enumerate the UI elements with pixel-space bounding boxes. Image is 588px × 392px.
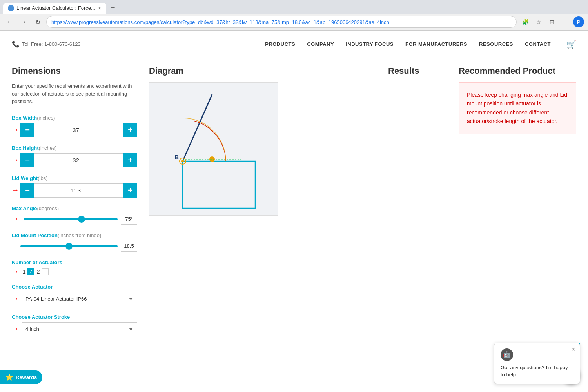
tab-favicon — [8, 5, 14, 11]
phone-area: 📞 Toll Free: 1-800-676-6123 — [12, 40, 81, 48]
max-angle-group: Max Angle(degrees) → 75° — [12, 205, 137, 225]
chat-message: Got any questions? I'm happy to help. — [501, 364, 573, 378]
lid-weight-input-row: → − + — [12, 183, 137, 198]
lid-mount-group: Lid Mount Position(inches from hinge) 18… — [12, 232, 137, 252]
nav-company[interactable]: COMPANY — [307, 41, 334, 47]
num-actuators-row: → 1 ✓ 2 — [12, 268, 137, 276]
diagram-title: Diagram — [149, 66, 368, 76]
choose-actuator-label: Choose Actuator — [12, 284, 137, 290]
lid-mount-label: Lid Mount Position(inches from hinge) — [12, 232, 137, 238]
tab-bar: Linear Actuator Calculator: Force... ✕ + — [0, 0, 588, 14]
settings-button[interactable]: ⋯ — [560, 16, 571, 27]
arrow-lid-weight: → — [12, 186, 19, 194]
max-angle-value: 75° — [121, 214, 137, 225]
num-actuators-group: Number of Actuators → 1 ✓ 2 — [12, 260, 137, 276]
max-angle-slider-row: → 75° — [12, 214, 137, 225]
nav-industry-focus[interactable]: INDUSTRY FOCUS — [346, 41, 394, 47]
browser-controls: ← → ↻ 🧩 ☆ ⊞ ⋯ P — [0, 14, 588, 30]
choose-stroke-group: Choose Actuator Stroke → 4 inch 6 inch 8… — [12, 314, 137, 336]
rewards-star-icon: ⭐ — [5, 374, 13, 381]
active-tab[interactable]: Linear Actuator Calculator: Force... ✕ — [3, 3, 106, 14]
box-width-increment[interactable]: + — [123, 123, 137, 137]
box-width-group: Box Width(inches) → − + — [12, 115, 137, 137]
results-section: Results — [380, 66, 459, 364]
box-height-label: Box Height(inches) — [12, 145, 137, 151]
num-actuators-label: Number of Actuators — [12, 260, 137, 265]
extensions-button[interactable]: 🧩 — [520, 16, 531, 27]
nav-products[interactable]: PRODUCTS — [265, 41, 295, 47]
dimensions-description: Enter your specific requirements and exp… — [12, 82, 137, 105]
box-width-input-row: → − + — [12, 123, 137, 137]
choose-stroke-label: Choose Actuator Stroke — [12, 314, 137, 320]
main-content: Dimensions Enter your specific requireme… — [0, 58, 588, 372]
point-b-inner — [181, 160, 184, 162]
box-height-group: Box Height(inches) → − + — [12, 145, 137, 167]
max-angle-slider[interactable] — [24, 218, 118, 220]
lid-mount-value: 18.5 — [121, 241, 137, 252]
cart-icon[interactable]: 🛒 — [566, 40, 576, 49]
phone-label: Toll Free: 1-800-676-6123 — [22, 41, 81, 47]
box-width-decrement[interactable]: − — [20, 123, 34, 137]
recommended-title: Recommended Product — [459, 66, 576, 76]
choose-actuator-group: Choose Actuator → PA-04 Linear Actuator … — [12, 284, 137, 306]
lid-weight-decrement[interactable]: − — [20, 183, 34, 198]
actuator-2-checkbox[interactable] — [42, 268, 49, 275]
lid-mount-slider[interactable] — [20, 245, 118, 247]
main-nav: PRODUCTS COMPANY INDUSTRY FOCUS FOR MANU… — [265, 40, 576, 49]
actuator-2-label[interactable]: 2 — [37, 268, 49, 275]
dimensions-title: Dimensions — [12, 66, 137, 76]
chat-bot-icon: 🤖 — [501, 348, 513, 361]
refresh-button[interactable]: ↻ — [32, 16, 43, 27]
arrow-num-actuators: → — [12, 268, 19, 276]
actuator-1-label[interactable]: 1 ✓ — [23, 268, 34, 275]
lid-mount-slider-row: 18.5 — [12, 241, 137, 252]
actuator-2-num: 2 — [37, 269, 40, 275]
tab-close-button[interactable]: ✕ — [98, 5, 102, 11]
phone-icon: 📞 — [12, 40, 20, 48]
box-rect — [183, 161, 255, 208]
recommended-box: Please keep changing max angle and Lid m… — [459, 82, 576, 134]
address-bar[interactable] — [46, 16, 517, 28]
arrow-choose-actuator: → — [12, 295, 19, 303]
box-height-increment[interactable]: + — [123, 153, 137, 167]
dimensions-panel: Dimensions Enter your specific requireme… — [12, 66, 137, 364]
lid-weight-increment[interactable]: + — [123, 183, 137, 198]
nav-resources[interactable]: RESOURCES — [479, 41, 513, 47]
nav-for-manufacturers[interactable]: FOR MANUFACTURERS — [405, 41, 467, 47]
lid-weight-label: Lid Weight(lbs) — [12, 175, 137, 181]
arrow-max-angle: → — [12, 215, 19, 223]
arrow-choose-stroke: → — [12, 325, 19, 333]
recommended-message: Please keep changing max angle and Lid m… — [467, 91, 568, 126]
site-header: 📞 Toll Free: 1-800-676-6123 PRODUCTS COM… — [0, 31, 588, 58]
lid-weight-input[interactable] — [34, 183, 123, 198]
chat-widget: ✕ 🤖 Got any questions? I'm happy to help… — [494, 343, 580, 384]
angle-arc — [183, 121, 226, 161]
sidebar-button[interactable]: ⊞ — [546, 16, 557, 27]
arrow-box-width: → — [12, 126, 19, 134]
nav-contact[interactable]: CONTACT — [525, 41, 551, 47]
box-width-label: Box Width(inches) — [12, 115, 137, 121]
box-height-input-row: → − + — [12, 153, 137, 167]
point-b-label: B — [175, 154, 179, 160]
forward-button[interactable]: → — [18, 16, 29, 27]
browser-chrome: Linear Actuator Calculator: Force... ✕ +… — [0, 0, 588, 31]
actuator-1-checkbox[interactable]: ✓ — [27, 268, 34, 275]
chat-close-button[interactable]: ✕ — [571, 346, 576, 352]
box-height-decrement[interactable]: − — [20, 153, 34, 167]
results-title: Results — [388, 66, 451, 76]
box-height-input[interactable] — [34, 153, 123, 167]
diagram-svg: B — [149, 83, 278, 216]
diagram-canvas: B — [149, 82, 278, 216]
lid-line — [183, 94, 212, 161]
profile-icon[interactable]: P — [573, 16, 584, 27]
arrow-box-height: → — [12, 156, 19, 164]
recommended-section: Recommended Product Please keep changing… — [459, 66, 576, 364]
actuator-select[interactable]: PA-04 Linear Actuator IP66 — [22, 292, 137, 306]
back-button[interactable]: ← — [4, 16, 15, 27]
stroke-select[interactable]: 4 inch 6 inch 8 inch 10 inch 12 inch — [22, 322, 137, 336]
box-width-input[interactable] — [34, 123, 123, 137]
new-tab-button[interactable]: + — [108, 2, 118, 14]
bookmark-button[interactable]: ☆ — [533, 16, 544, 27]
rewards-label: Rewards — [16, 374, 37, 380]
rewards-button[interactable]: ⭐ Rewards — [0, 370, 42, 384]
